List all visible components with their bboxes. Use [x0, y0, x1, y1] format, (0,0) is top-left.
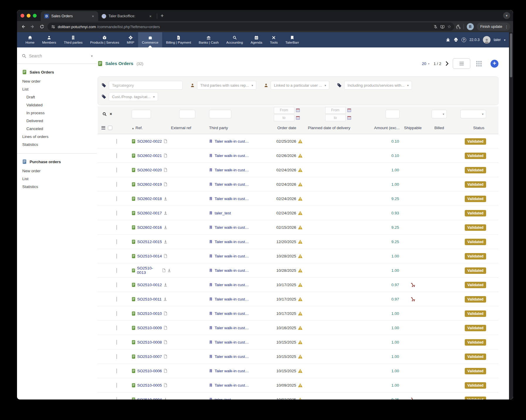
- note-icon[interactable]: [162, 268, 165, 272]
- order-ref-link[interactable]: SO2510-0009: [137, 326, 162, 330]
- order-ref-link[interactable]: SO2512-0015: [137, 240, 162, 244]
- note-icon[interactable]: [164, 311, 167, 315]
- row-checkbox[interactable]: [116, 139, 117, 144]
- order-ref-link[interactable]: SO2510-0004: [137, 397, 162, 400]
- third-party-link[interactable]: Taler walk-in cust…: [215, 354, 249, 359]
- column-header-status[interactable]: Status: [473, 126, 498, 130]
- row-checkbox[interactable]: [116, 368, 117, 373]
- third-party-link[interactable]: Taler walk-in cust…: [215, 326, 249, 330]
- third-party-link[interactable]: Taler walk-in cust…: [215, 369, 249, 373]
- row-checkbox[interactable]: [116, 211, 117, 216]
- nav-agenda[interactable]: Agenda: [247, 32, 266, 47]
- sidebar-item[interactable]: Draft: [22, 93, 97, 101]
- download-icon[interactable]: [164, 197, 167, 201]
- third-party-link[interactable]: Taler walk-in cust…: [215, 153, 249, 158]
- order-ref-link[interactable]: SO2510-0005: [137, 383, 162, 387]
- linked-user-filter[interactable]: Linked to a particular user ...: [271, 81, 329, 90]
- close-tab-icon[interactable]: [91, 14, 95, 18]
- profile-avatar[interactable]: B: [467, 23, 474, 30]
- next-page-icon[interactable]: [445, 61, 449, 66]
- user-menu[interactable]: taler: [494, 38, 501, 42]
- tab-taler-backoffice[interactable]: Taler Backoffice:: [98, 11, 156, 21]
- row-checkbox[interactable]: [116, 282, 117, 287]
- tab-search-chevron[interactable]: [503, 12, 510, 19]
- row-checkbox[interactable]: [116, 225, 117, 230]
- third-party-link[interactable]: Taler walk-in cust…: [215, 254, 249, 258]
- sidebar-item[interactable]: List: [22, 175, 97, 183]
- select-all-checkbox[interactable]: [108, 126, 112, 130]
- url-bar[interactable]: dolibarr.potuzhnyi.com/commande/list.php…: [47, 23, 454, 31]
- order-ref-link[interactable]: SO2510-0011: [137, 297, 162, 301]
- finish-update-button[interactable]: Finish update: [477, 23, 510, 31]
- column-header-ref[interactable]: Ref.: [127, 126, 171, 130]
- list-view-button[interactable]: [453, 58, 470, 69]
- reload-button[interactable]: [38, 23, 46, 30]
- row-checkbox[interactable]: [116, 311, 117, 316]
- sidebar-item[interactable]: List: [22, 85, 97, 93]
- sidebar-search[interactable]: Search: [17, 51, 97, 64]
- note-icon[interactable]: [164, 254, 167, 258]
- row-checkbox[interactable]: [116, 397, 117, 400]
- download-icon[interactable]: [164, 226, 167, 229]
- print-icon[interactable]: [454, 37, 458, 42]
- third-party-link[interactable]: Taler walk-in cust…: [215, 268, 249, 273]
- third-party-link[interactable]: Taler walk-in cust…: [215, 283, 249, 287]
- cust-prosp-tags-filter[interactable]: Cust./Prosp. tags/cat...: [109, 92, 158, 101]
- calendar-icon[interactable]: [347, 116, 351, 120]
- note-icon[interactable]: [164, 354, 167, 358]
- browser-menu-icon[interactable]: [505, 25, 508, 29]
- note-icon[interactable]: [164, 182, 167, 186]
- sidebar-item[interactable]: In process: [22, 109, 97, 117]
- row-checkbox[interactable]: [116, 254, 117, 259]
- third-party-link[interactable]: Taler walk-in cust…: [215, 340, 249, 344]
- note-icon[interactable]: [164, 369, 167, 373]
- third-party-link[interactable]: taler_test: [215, 211, 231, 215]
- nav-talerbarr[interactable]: TalerBarr: [281, 32, 303, 47]
- download-icon[interactable]: [164, 211, 167, 215]
- order-ref-link[interactable]: SO2510-0012: [137, 283, 162, 287]
- note-icon[interactable]: [164, 340, 167, 344]
- nav-mrp[interactable]: MRP: [123, 32, 138, 47]
- nav-billing-payment[interactable]: Billing | Payment: [162, 32, 195, 47]
- third-party-link[interactable]: taler_test: [215, 397, 231, 400]
- new-order-button[interactable]: [491, 60, 498, 68]
- nav-home[interactable]: Home: [22, 32, 38, 47]
- order-ref-link[interactable]: SO2602-0021: [137, 153, 162, 158]
- grid-view-button[interactable]: [476, 61, 482, 66]
- third-party-link[interactable]: Taler walk-in cust…: [215, 240, 249, 244]
- sidebar-item[interactable]: Statistics: [22, 183, 97, 191]
- nav-tools[interactable]: Tools: [266, 32, 281, 47]
- order-ref-link[interactable]: SO2510-0013: [137, 266, 160, 275]
- install-app-icon[interactable]: [440, 25, 445, 29]
- third-party-sales-rep-filter[interactable]: Third parties with sales rep...: [197, 81, 256, 90]
- sidebar-item[interactable]: Delivered: [22, 117, 97, 125]
- sidebar-item[interactable]: Lines of orders: [22, 133, 97, 141]
- order-ref-link[interactable]: SO2602-0017: [137, 211, 162, 215]
- column-header-external-ref[interactable]: External ref: [171, 126, 203, 130]
- third-party-link[interactable]: Taler walk-in cust…: [215, 139, 249, 144]
- note-icon[interactable]: [164, 383, 167, 387]
- nav-banks-cash[interactable]: Banks | Cash: [195, 32, 223, 47]
- column-header-billed[interactable]: Billed: [434, 126, 444, 130]
- mic-off-icon[interactable]: [433, 25, 438, 29]
- nav-members[interactable]: Members: [38, 32, 60, 47]
- third-party-link[interactable]: Taler walk-in cust…: [215, 297, 249, 301]
- help-icon[interactable]: ?: [461, 37, 466, 42]
- order-ref-link[interactable]: SO2602-0019: [137, 182, 162, 187]
- bookmark-star-icon[interactable]: ☆: [447, 24, 451, 29]
- page-scrollbar[interactable]: [509, 32, 513, 399]
- row-checkbox[interactable]: [116, 168, 117, 173]
- row-checkbox[interactable]: [116, 182, 117, 187]
- download-icon[interactable]: [164, 398, 167, 400]
- sidebar-section-title[interactable]: Sales Orders: [22, 70, 97, 74]
- user-avatar[interactable]: [483, 36, 491, 44]
- download-icon[interactable]: [164, 240, 167, 244]
- sidebar-item[interactable]: New order: [22, 77, 97, 85]
- sidebar-item[interactable]: Statistics: [22, 141, 97, 148]
- third-party-filter-input[interactable]: [209, 110, 231, 118]
- calendar-icon[interactable]: [296, 108, 300, 112]
- maximize-window-button[interactable]: [33, 14, 37, 18]
- status-filter-select[interactable]: [460, 110, 486, 118]
- site-settings-icon[interactable]: [51, 25, 55, 29]
- new-tab-button[interactable]: [158, 12, 166, 20]
